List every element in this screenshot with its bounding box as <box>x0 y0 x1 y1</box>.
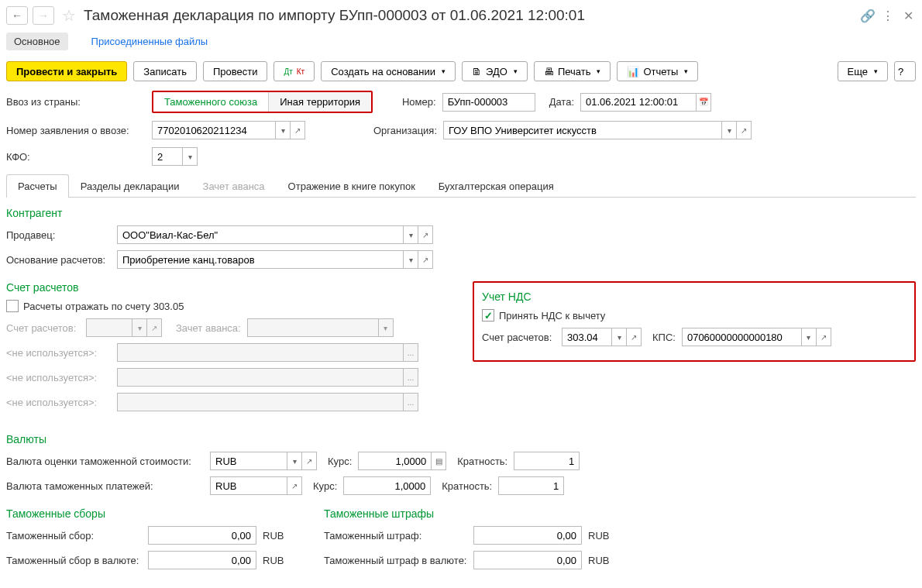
chevron-down-icon[interactable]: ▾ <box>403 225 418 244</box>
open-icon[interactable]: ↗ <box>816 328 831 346</box>
kps-input[interactable] <box>682 328 802 346</box>
basis-input[interactable] <box>117 250 404 269</box>
kfo-input[interactable] <box>152 147 183 166</box>
reports-button[interactable]: 📊Отчеты <box>617 61 698 81</box>
vat-account-input[interactable] <box>562 328 612 346</box>
rate-input[interactable] <box>358 452 432 470</box>
accept-vat-checkbox[interactable]: ✓ <box>482 309 494 322</box>
settle-account-input <box>86 318 132 337</box>
ellipsis-icon: ... <box>403 368 418 387</box>
back-button[interactable]: ← <box>6 6 28 25</box>
toggle-union[interactable]: Таможенного союза <box>153 92 268 112</box>
calendar-icon[interactable]: 📅 <box>696 93 711 112</box>
currencies-title: Валюты <box>6 433 916 445</box>
settlement-title: Счет расчетов <box>6 281 449 294</box>
dtKt-button[interactable]: ДтКт <box>274 61 315 81</box>
more-vert-icon[interactable]: ⋮ <box>880 8 896 23</box>
pay-currency-input[interactable] <box>210 476 287 495</box>
date-input[interactable] <box>580 93 697 112</box>
open-icon[interactable]: ↗ <box>418 250 433 269</box>
subnav-main[interactable]: Основное <box>6 33 68 50</box>
close-icon[interactable]: ✕ <box>900 8 916 23</box>
advance-label: Зачет аванса: <box>176 322 241 334</box>
rub-label: RUB <box>263 530 284 542</box>
tab-sections[interactable]: Разделы декларации <box>69 174 191 198</box>
tab-accounting[interactable]: Бухгалтерская операция <box>427 174 566 198</box>
chevron-down-icon[interactable]: ▾ <box>801 328 817 346</box>
ellipsis-icon: ... <box>403 393 418 411</box>
territory-toggle: Таможенного союза Иная территория <box>152 91 373 113</box>
org-input[interactable] <box>443 121 722 139</box>
fine-cur-label: Таможенный штраф в валюте: <box>324 555 467 566</box>
unused-label-2: <не используется>: <box>6 372 111 383</box>
chevron-down-icon: ▾ <box>132 318 147 337</box>
calc-icon[interactable]: ▤ <box>431 452 446 470</box>
fees-title: Таможенные сборы <box>6 507 301 520</box>
vat-account-label: Счет расчетов: <box>482 332 556 343</box>
eval-currency-label: Валюта оценки таможенной стоимости: <box>6 456 204 467</box>
rub-label: RUB <box>263 555 284 566</box>
org-label: Организация: <box>373 125 437 136</box>
accept-vat-label: Принять НДС к вычету <box>499 310 605 322</box>
save-button[interactable]: Записать <box>133 61 197 81</box>
fines-title: Таможенные штрафы <box>324 507 618 520</box>
number-label: Номер: <box>402 96 436 108</box>
fine-cur-input[interactable] <box>473 551 582 569</box>
chevron-down-icon[interactable]: ▾ <box>611 328 627 346</box>
tab-calculations[interactable]: Расчеты <box>6 174 69 198</box>
forward-button[interactable]: → <box>33 6 54 25</box>
unused-input-2 <box>117 368 404 387</box>
post-close-button[interactable]: Провести и закрыть <box>6 61 127 81</box>
subnav-files[interactable]: Присоединенные файлы <box>84 33 216 50</box>
open-icon[interactable]: ↗ <box>287 476 302 495</box>
advance-input <box>247 318 379 337</box>
print-button[interactable]: 🖶Печать <box>534 61 611 81</box>
seller-label: Продавец: <box>6 229 111 241</box>
app-num-input[interactable] <box>152 121 276 139</box>
open-icon: ↗ <box>146 318 162 337</box>
toggle-other[interactable]: Иная территория <box>268 92 371 112</box>
create-based-button[interactable]: Создать на основании <box>321 61 456 81</box>
open-icon[interactable]: ↗ <box>301 452 317 470</box>
open-icon[interactable]: ↗ <box>736 121 752 139</box>
pay-rate-input[interactable] <box>343 476 431 495</box>
pay-rate-label: Курс: <box>313 480 337 492</box>
fee-label: Таможенный сбор: <box>6 530 142 542</box>
open-icon[interactable]: ↗ <box>626 328 642 346</box>
more-button[interactable]: Еще <box>838 61 888 81</box>
fine-input[interactable] <box>473 526 582 545</box>
page-title: Таможенная декларация по импорту БУпп-00… <box>84 7 855 24</box>
tab-purchase-book[interactable]: Отражение в книге покупок <box>277 174 427 198</box>
favorite-star-icon[interactable]: ☆ <box>62 6 76 25</box>
edo-button[interactable]: 🗎ЭДО <box>462 61 528 81</box>
eval-currency-input[interactable] <box>210 452 287 470</box>
open-icon[interactable]: ↗ <box>418 225 433 244</box>
unused-label-1: <не используется>: <box>6 347 111 359</box>
chevron-down-icon[interactable]: ▾ <box>182 147 198 166</box>
post-button[interactable]: Провести <box>203 61 268 81</box>
chevron-down-icon[interactable]: ▾ <box>403 250 418 269</box>
help-button[interactable]: ? <box>894 61 916 81</box>
chevron-down-icon[interactable]: ▾ <box>721 121 737 139</box>
kps-label: КПС: <box>652 332 676 343</box>
mult-input[interactable] <box>514 452 580 470</box>
pay-mult-input[interactable] <box>498 476 564 495</box>
chevron-down-icon[interactable]: ▾ <box>275 121 291 139</box>
settle-account-label: Счет расчетов: <box>6 322 80 334</box>
fee-cur-input[interactable] <box>148 551 256 569</box>
mult-label: Кратность: <box>457 456 507 467</box>
print-icon: 🖶 <box>544 66 554 77</box>
rub-label: RUB <box>588 530 609 542</box>
tab-advance[interactable]: Зачет аванса <box>191 174 277 198</box>
chevron-down-icon: ▾ <box>378 318 394 337</box>
kfo-label: КФО: <box>6 151 146 163</box>
number-input[interactable] <box>442 93 535 112</box>
pay-currency-label: Валюта таможенных платежей: <box>6 480 204 492</box>
link-icon[interactable]: 🔗 <box>860 8 876 23</box>
fee-input[interactable] <box>148 526 256 545</box>
ellipsis-icon: ... <box>403 343 418 362</box>
open-icon[interactable]: ↗ <box>290 121 305 139</box>
reflect-checkbox[interactable] <box>6 300 19 312</box>
seller-input[interactable] <box>117 225 404 244</box>
chevron-down-icon[interactable]: ▾ <box>287 452 302 470</box>
